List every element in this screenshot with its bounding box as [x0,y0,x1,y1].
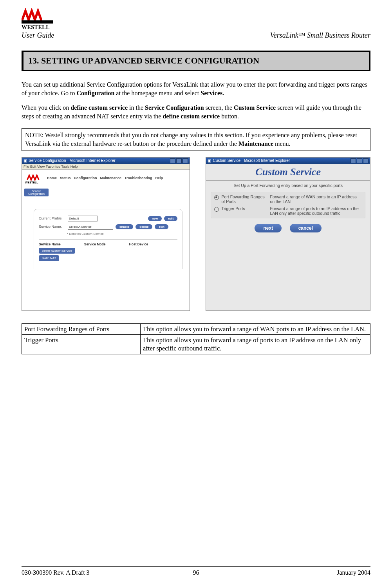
trigger-ports-radio[interactable] [214,207,219,212]
current-profile-label: Current Profile: [39,216,65,220]
page-footer: 030-300390 Rev. A Draft 3 96 January 200… [22,551,370,576]
footer-doc-id: 030-300390 Rev. A Draft 3 [22,569,188,576]
service-name-label: Service Name: [39,225,65,229]
note-box: NOTE: Westell strongly recommends that y… [22,128,370,151]
close-icon[interactable] [363,158,369,163]
table-header: Service Name Service Mode Host Device [39,242,177,246]
define-custom-service-button[interactable]: define custom service [39,248,75,254]
port-forwarding-radio[interactable] [214,195,219,200]
port-forwarding-label: Port Fowarding Ranges of Ports [221,194,268,204]
trigger-ports-desc: Forward a range of ports to an IP addres… [270,206,362,216]
options-panel: Port Fowarding Ranges of Ports Forward a… [211,192,365,218]
custom-service-note: * Denotes Custom Service [67,232,177,236]
table-row: Port Forwarding Ranges of Ports This opt… [22,323,370,334]
service-name-select[interactable]: Select A Service [68,224,113,230]
cell-label: Trigger Ports [22,335,141,354]
app-nav[interactable]: Home Status Configuration Maintenance Tr… [47,176,163,180]
westell-logo-icon [22,8,53,24]
edit-button-2[interactable]: edit [155,224,168,229]
options-description-table: Port Forwarding Ranges of Ports This opt… [22,323,370,354]
custom-service-subtitle: Set Up a Port Forwarding entry based on … [211,183,365,188]
port-forwarding-desc: Forward a range of WAN ports to an IP ad… [270,194,362,204]
next-button[interactable]: next [255,224,282,232]
minimize-icon[interactable] [170,158,175,163]
svg-rect-0 [22,20,53,24]
ie-menubar-a[interactable]: File Edit View Favorites Tools Help [22,164,190,170]
ie-titlebar-b: ▣ Custom Service - Microsoft Internet Ex… [206,158,370,164]
logo-text: WESTELL [22,24,50,31]
cell-desc: This option allows you to forward a rang… [141,323,370,334]
body-text: You can set up additional Service Config… [22,80,370,127]
enable-button[interactable]: enable [116,224,133,229]
screenshot-service-config: ▣ Service Configuration - Microsoft Inte… [22,157,190,311]
paragraph-2: When you click on define custom service … [22,103,370,120]
cell-desc: This option allows you to forward a rang… [141,335,370,354]
mini-westell-logo-icon: WESTELL [25,172,42,184]
ie-title-text-b: Custom Service - Microsoft Internet Expl… [213,158,290,163]
cancel-button[interactable]: cancel [290,224,322,232]
current-profile-select[interactable]: Default [68,216,98,221]
ie-page-icon: ▣ [208,158,211,163]
custom-service-title: Custom Service [211,166,365,178]
table-row: Trigger Ports This option allows you to … [22,335,370,354]
screenshot-custom-service: ▣ Custom Service - Microsoft Internet Ex… [206,157,370,311]
user-guide-label: User Guide [22,31,54,40]
edit-button[interactable]: edit [164,216,177,221]
screenshots-row: ▣ Service Configuration - Microsoft Inte… [22,157,370,311]
section-title: 13. SETTING UP ADVANCED SERVICE CONFIGUR… [22,51,370,71]
ie-page-icon: ▣ [23,158,27,163]
paragraph-1: You can set up additional Service Config… [22,80,370,97]
footer-page-number: 96 [188,569,204,576]
minimize-icon[interactable] [350,158,356,163]
close-icon[interactable] [182,158,188,163]
maximize-icon[interactable] [357,158,362,163]
static-nat-button[interactable]: static NAT [39,255,59,261]
service-config-card: Current Profile: Default new edit Servic… [34,209,182,269]
new-button[interactable]: new [148,216,162,221]
maximize-icon[interactable] [176,158,182,163]
ie-titlebar-a: ▣ Service Configuration - Microsoft Inte… [22,158,190,164]
logo-block: WESTELL User Guide [22,8,54,40]
trigger-ports-label: Trigger Ports [221,206,268,211]
delete-button[interactable]: delete [135,224,152,229]
product-name: VersaLink™ Small Business Router [270,31,370,40]
sidebar-service-config-button[interactable]: Service Configuration [24,189,49,196]
footer-date: January 2004 [204,569,371,576]
ie-title-text-a: Service Configuration - Microsoft Intern… [29,158,116,163]
cell-label: Port Forwarding Ranges of Ports [22,323,141,334]
page-header: WESTELL User Guide VersaLink™ Small Busi… [22,8,370,40]
